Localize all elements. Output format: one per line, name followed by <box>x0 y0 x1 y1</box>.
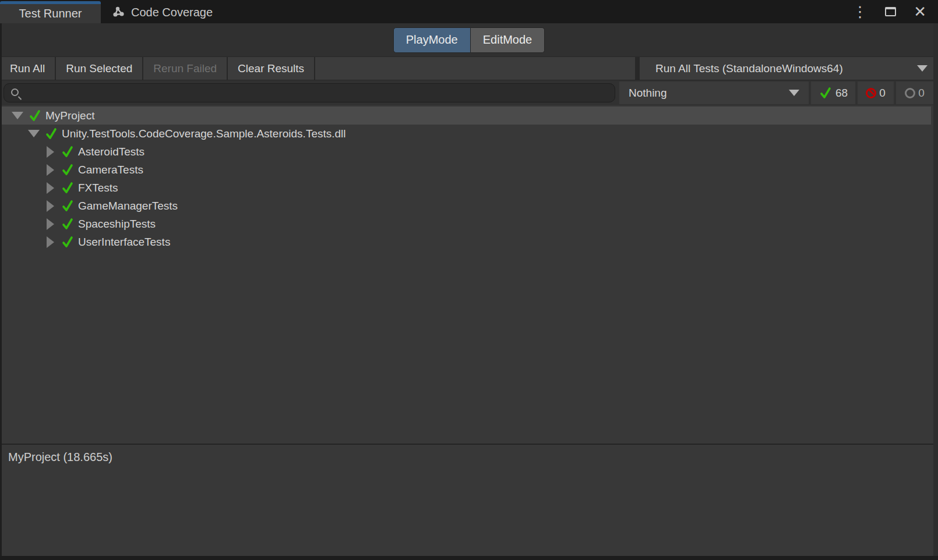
window-border-right <box>933 23 938 560</box>
pass-check-icon <box>61 217 78 231</box>
pass-check-icon <box>819 86 833 100</box>
tab-code-coverage[interactable]: Code Coverage <box>101 1 229 23</box>
pass-check-icon <box>61 145 78 159</box>
run-target-label: Run All Tests (StandaloneWindows64) <box>655 62 843 75</box>
chevron-down-icon <box>917 65 928 72</box>
skipped-count: 0 <box>918 87 925 100</box>
triangle-down-icon <box>12 112 23 119</box>
toolbar-spacer <box>315 57 635 80</box>
close-icon[interactable]: ✕ <box>914 6 926 17</box>
mode-toggle-row: PlayMode EditMode <box>0 23 938 56</box>
pass-check-icon <box>61 163 78 177</box>
expander[interactable] <box>12 112 28 119</box>
triangle-right-icon <box>47 164 54 176</box>
tree-row-label: GameManagerTests <box>78 200 178 212</box>
expander[interactable] <box>44 218 61 230</box>
triangle-right-icon <box>47 200 54 212</box>
test-tree: MyProject Unity.TestTools.CodeCoverage.S… <box>0 105 938 444</box>
toolbar-separator <box>635 57 640 80</box>
fail-banned-icon <box>866 88 876 98</box>
chevron-down-icon <box>789 90 799 96</box>
tree-row[interactable]: UserInterfaceTests <box>0 233 938 251</box>
run-selected-button[interactable]: Run Selected <box>56 57 143 80</box>
tab-bar: Test Runner Code Coverage ⋮ ✕ <box>0 0 938 23</box>
tab-test-runner-label: Test Runner <box>19 7 82 20</box>
run-all-button[interactable]: Run All <box>0 57 56 80</box>
filter-category-value: Nothing <box>629 87 667 100</box>
status-text: MyProject (18.665s) <box>8 451 930 464</box>
window-menu-icon[interactable]: ⋮ <box>852 6 868 17</box>
search-icon <box>11 88 19 96</box>
tree-row-label: Unity.TestTools.CodeCoverage.Sample.Aste… <box>62 127 346 140</box>
triangle-right-icon <box>47 236 54 248</box>
expander[interactable] <box>44 164 61 176</box>
run-target-dropdown[interactable]: Run All Tests (StandaloneWindows64) <box>640 57 938 80</box>
tab-test-runner[interactable]: Test Runner <box>0 1 101 23</box>
clear-results-button[interactable]: Clear Results <box>228 57 315 80</box>
tab-code-coverage-label: Code Coverage <box>131 6 213 19</box>
tree-row[interactable]: FXTests <box>0 179 938 197</box>
toolbar: Run All Run Selected Rerun Failed Clear … <box>0 56 938 80</box>
tree-row[interactable]: CameraTests <box>0 161 938 179</box>
pass-check-icon <box>61 199 78 213</box>
editmode-tab[interactable]: EditMode <box>471 27 545 53</box>
expander[interactable] <box>44 200 61 212</box>
tree-row-label: MyProject <box>45 109 94 122</box>
tree-row-label: UserInterfaceTests <box>78 236 170 249</box>
rerun-failed-button: Rerun Failed <box>143 57 228 80</box>
expander[interactable] <box>44 146 61 158</box>
tree-row-label: CameraTests <box>78 164 143 176</box>
pass-check-icon <box>44 127 62 141</box>
tree-row[interactable]: MyProject <box>0 107 931 125</box>
tree-row-label: FXTests <box>78 182 118 194</box>
playmode-tab[interactable]: PlayMode <box>393 27 471 53</box>
expander[interactable] <box>44 236 61 248</box>
failed-count-toggle[interactable]: 0 <box>858 81 894 104</box>
passed-count: 68 <box>835 87 848 100</box>
pass-check-icon <box>28 109 45 123</box>
tree-row[interactable]: Unity.TestTools.CodeCoverage.Sample.Aste… <box>0 125 938 143</box>
passed-count-toggle[interactable]: 68 <box>811 81 855 104</box>
filter-row: Nothing 68 0 0 <box>0 80 938 105</box>
test-runner-window: Test Runner Code Coverage ⋮ ✕ PlayMode <box>0 0 938 560</box>
expander[interactable] <box>44 182 61 194</box>
search-input[interactable] <box>24 84 615 102</box>
triangle-right-icon <box>47 218 54 230</box>
result-details-panel[interactable]: MyProject (18.665s) <box>0 445 938 560</box>
window-border-left <box>0 23 2 560</box>
skipped-count-toggle[interactable]: 0 <box>896 81 933 104</box>
pass-check-icon <box>61 235 78 249</box>
tree-row[interactable]: GameManagerTests <box>0 197 938 215</box>
pass-check-icon <box>61 181 78 195</box>
window-border-bottom <box>0 556 938 560</box>
maximize-icon[interactable] <box>885 7 896 16</box>
search-field[interactable] <box>3 83 615 102</box>
tree-row-label: SpaceshipTests <box>78 218 156 231</box>
filter-category-dropdown[interactable]: Nothing <box>619 81 809 104</box>
failed-count: 0 <box>879 87 886 100</box>
triangle-right-icon <box>47 146 54 158</box>
triangle-down-icon <box>28 130 40 137</box>
tree-row[interactable]: AsteroidTests <box>0 143 938 161</box>
triangle-right-icon <box>47 182 54 194</box>
skip-circle-icon <box>905 88 915 98</box>
expander[interactable] <box>28 130 44 137</box>
tree-row-label: AsteroidTests <box>78 146 144 158</box>
code-coverage-icon <box>112 6 125 19</box>
tree-row[interactable]: SpaceshipTests <box>0 215 938 233</box>
window-controls: ⋮ ✕ <box>852 0 938 23</box>
